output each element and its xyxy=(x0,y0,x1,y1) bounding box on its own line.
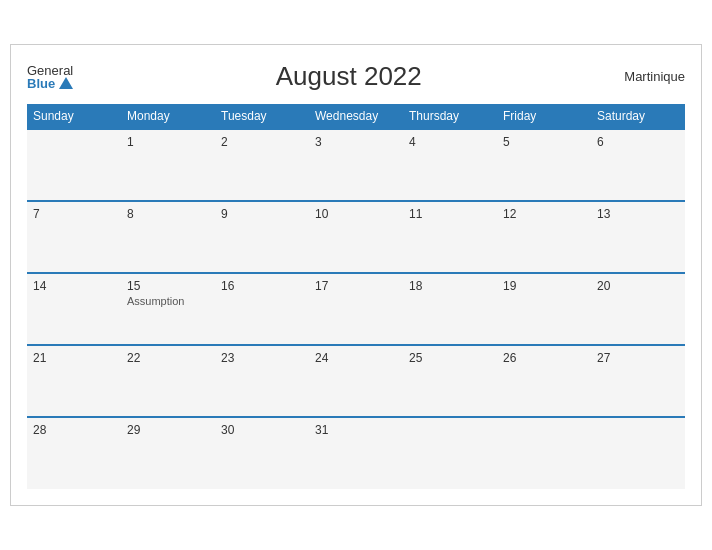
calendar-cell: 24 xyxy=(309,345,403,417)
calendar-cell: 22 xyxy=(121,345,215,417)
day-number: 7 xyxy=(33,207,115,221)
day-number: 26 xyxy=(503,351,585,365)
day-number: 28 xyxy=(33,423,115,437)
weekday-header-wednesday: Wednesday xyxy=(309,104,403,129)
day-number: 25 xyxy=(409,351,491,365)
calendar-cell: 7 xyxy=(27,201,121,273)
weekday-header-sunday: Sunday xyxy=(27,104,121,129)
logo-general-text: General xyxy=(27,64,73,77)
calendar-cell: 28 xyxy=(27,417,121,489)
weekday-header-saturday: Saturday xyxy=(591,104,685,129)
day-number: 20 xyxy=(597,279,679,293)
logo-blue-text: Blue xyxy=(27,77,73,90)
day-number: 11 xyxy=(409,207,491,221)
calendar-cell xyxy=(591,417,685,489)
weekday-header-monday: Monday xyxy=(121,104,215,129)
calendar-cell: 13 xyxy=(591,201,685,273)
day-number: 4 xyxy=(409,135,491,149)
day-number: 15 xyxy=(127,279,209,293)
calendar-cell: 15Assumption xyxy=(121,273,215,345)
day-number: 19 xyxy=(503,279,585,293)
day-number: 29 xyxy=(127,423,209,437)
day-number: 18 xyxy=(409,279,491,293)
calendar-cell: 9 xyxy=(215,201,309,273)
day-number: 8 xyxy=(127,207,209,221)
day-number: 2 xyxy=(221,135,303,149)
calendar-cell: 1 xyxy=(121,129,215,201)
calendar-cell: 21 xyxy=(27,345,121,417)
calendar-region: Martinique xyxy=(624,69,685,84)
calendar-cell: 18 xyxy=(403,273,497,345)
day-number: 27 xyxy=(597,351,679,365)
day-number: 24 xyxy=(315,351,397,365)
calendar-cell: 10 xyxy=(309,201,403,273)
calendar-header: General Blue August 2022 Martinique xyxy=(27,61,685,92)
calendar-cell: 5 xyxy=(497,129,591,201)
day-number: 22 xyxy=(127,351,209,365)
calendar-week-row: 78910111213 xyxy=(27,201,685,273)
day-number: 31 xyxy=(315,423,397,437)
weekday-header-thursday: Thursday xyxy=(403,104,497,129)
calendar-cell: 20 xyxy=(591,273,685,345)
day-number: 13 xyxy=(597,207,679,221)
day-number: 6 xyxy=(597,135,679,149)
day-number: 30 xyxy=(221,423,303,437)
calendar-cell: 8 xyxy=(121,201,215,273)
calendar-cell: 26 xyxy=(497,345,591,417)
calendar-cell xyxy=(27,129,121,201)
logo: General Blue xyxy=(27,64,73,90)
calendar-cell: 11 xyxy=(403,201,497,273)
weekday-header-friday: Friday xyxy=(497,104,591,129)
calendar-cell: 23 xyxy=(215,345,309,417)
calendar-cell: 4 xyxy=(403,129,497,201)
calendar-cell: 27 xyxy=(591,345,685,417)
day-number: 3 xyxy=(315,135,397,149)
calendar-cell: 2 xyxy=(215,129,309,201)
calendar-cell: 6 xyxy=(591,129,685,201)
calendar-week-row: 123456 xyxy=(27,129,685,201)
calendar-cell xyxy=(403,417,497,489)
calendar-cell: 19 xyxy=(497,273,591,345)
calendar-cell: 29 xyxy=(121,417,215,489)
day-number: 16 xyxy=(221,279,303,293)
day-number: 23 xyxy=(221,351,303,365)
calendar-cell: 14 xyxy=(27,273,121,345)
calendar-week-row: 1415Assumption1617181920 xyxy=(27,273,685,345)
day-number: 1 xyxy=(127,135,209,149)
weekday-header-row: SundayMondayTuesdayWednesdayThursdayFrid… xyxy=(27,104,685,129)
calendar-cell: 3 xyxy=(309,129,403,201)
calendar-cell: 25 xyxy=(403,345,497,417)
calendar-cell: 17 xyxy=(309,273,403,345)
calendar-cell: 31 xyxy=(309,417,403,489)
calendar-cell: 12 xyxy=(497,201,591,273)
day-number: 12 xyxy=(503,207,585,221)
day-event: Assumption xyxy=(127,295,209,307)
calendar-title: August 2022 xyxy=(73,61,624,92)
day-number: 10 xyxy=(315,207,397,221)
calendar-cell: 16 xyxy=(215,273,309,345)
day-number: 14 xyxy=(33,279,115,293)
day-number: 21 xyxy=(33,351,115,365)
day-number: 9 xyxy=(221,207,303,221)
logo-triangle-icon xyxy=(59,77,73,89)
calendar-cell: 30 xyxy=(215,417,309,489)
calendar-cell xyxy=(497,417,591,489)
calendar-week-row: 28293031 xyxy=(27,417,685,489)
calendar-grid: SundayMondayTuesdayWednesdayThursdayFrid… xyxy=(27,104,685,489)
calendar-container: General Blue August 2022 Martinique Sund… xyxy=(10,44,702,506)
weekday-header-tuesday: Tuesday xyxy=(215,104,309,129)
day-number: 17 xyxy=(315,279,397,293)
day-number: 5 xyxy=(503,135,585,149)
calendar-week-row: 21222324252627 xyxy=(27,345,685,417)
